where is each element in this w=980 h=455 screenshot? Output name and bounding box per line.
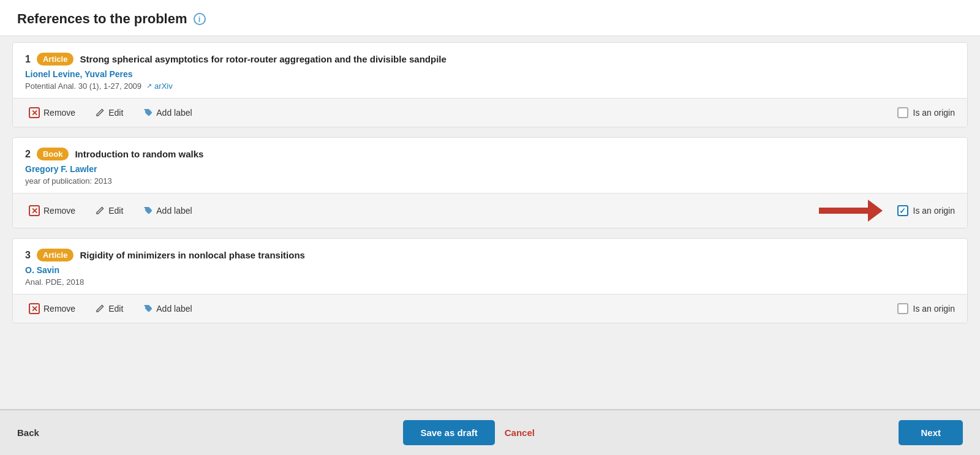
- ref-badge-3: Article: [37, 249, 74, 261]
- ref-meta-3: Anal. PDE, 2018: [25, 277, 955, 287]
- footer-bar: Back Save as draft Cancel Next: [0, 409, 980, 455]
- reference-body-3: 3 Article Rigidity of minimizers in nonl…: [13, 239, 967, 294]
- add-label-button-3[interactable]: Add label: [139, 301, 195, 316]
- reference-footer-1: ✕ Remove Edit Add label: [13, 98, 967, 127]
- action-group-3: ✕ Remove Edit Add label: [25, 301, 196, 317]
- add-label-button-2[interactable]: Add label: [139, 203, 195, 218]
- origin-label-1: Is an origin: [913, 108, 955, 118]
- ref-meta-1: Potential Anal. 30 (1), 1-27, 2009 ↗ arX…: [25, 81, 955, 91]
- edit-icon-2: [95, 206, 105, 216]
- reference-footer-3: ✕ Remove Edit Add label: [13, 294, 967, 323]
- ref-number-1: 1: [25, 54, 31, 65]
- remove-icon-3: ✕: [29, 303, 40, 314]
- edit-button-3[interactable]: Edit: [91, 301, 127, 316]
- origin-label-2: Is an origin: [913, 206, 955, 216]
- back-button[interactable]: Back: [17, 423, 39, 443]
- ref-badge-1: Article: [37, 53, 74, 66]
- add-label-button-1[interactable]: Add label: [139, 105, 195, 120]
- remove-button-3[interactable]: ✕ Remove: [25, 301, 79, 317]
- origin-label-3: Is an origin: [913, 304, 955, 314]
- save-draft-button[interactable]: Save as draft: [403, 420, 494, 445]
- ref-title-2: Introduction to random walks: [75, 149, 203, 159]
- edit-button-2[interactable]: Edit: [91, 203, 127, 218]
- reference-body-1: 1 Article Strong spherical asymptotics f…: [13, 43, 967, 98]
- ref-authors-3: O. Savin: [25, 265, 955, 275]
- edit-button-1[interactable]: Edit: [91, 105, 127, 120]
- remove-icon-2: ✕: [29, 205, 40, 216]
- ref-title-3: Rigidity of minimizers in nonlocal phase…: [80, 250, 305, 260]
- ref-authors-2: Gregory F. Lawler: [25, 164, 955, 174]
- ref-number-2: 2: [25, 149, 31, 160]
- remove-button-1[interactable]: ✕ Remove: [25, 105, 79, 121]
- content-area: 1 Article Strong spherical asymptotics f…: [0, 36, 980, 409]
- origin-checkbox-1[interactable]: [897, 107, 908, 118]
- origin-checkbox-2[interactable]: [897, 205, 908, 216]
- origin-group-2: Is an origin: [819, 200, 955, 222]
- action-group-2: ✕ Remove Edit Add label: [25, 203, 196, 219]
- next-button[interactable]: Next: [899, 420, 963, 445]
- ref-badge-2: Book: [37, 148, 69, 160]
- origin-group-3: Is an origin: [897, 303, 955, 314]
- page-header: References to the problem i: [0, 0, 980, 36]
- origin-group-1: Is an origin: [897, 107, 955, 118]
- cancel-button[interactable]: Cancel: [505, 427, 535, 438]
- label-icon-3: [143, 304, 153, 314]
- ref-authors-1: Lionel Levine, Yuval Peres: [25, 69, 955, 79]
- action-group-1: ✕ Remove Edit Add label: [25, 105, 196, 121]
- edit-icon-1: [95, 108, 105, 118]
- reference-body-2: 2 Book Introduction to random walks Greg…: [13, 138, 967, 193]
- ref-title-1: Strong spherical asymptotics for rotor-r…: [80, 54, 446, 64]
- edit-icon-3: [95, 304, 105, 314]
- ref-number-3: 3: [25, 250, 31, 261]
- origin-checkbox-3[interactable]: [897, 303, 908, 314]
- remove-button-2[interactable]: ✕ Remove: [25, 203, 79, 219]
- arxiv-link-1[interactable]: ↗ arXiv: [146, 81, 173, 91]
- reference-card-2: 2 Book Introduction to random walks Greg…: [12, 137, 968, 228]
- reference-footer-2: ✕ Remove Edit Add label: [13, 193, 967, 228]
- reference-card-1: 1 Article Strong spherical asymptotics f…: [12, 42, 968, 127]
- arrow-annotation: [819, 200, 883, 222]
- info-icon[interactable]: i: [194, 13, 206, 25]
- reference-card-3: 3 Article Rigidity of minimizers in nonl…: [12, 238, 968, 323]
- page-title: References to the problem: [17, 11, 187, 27]
- label-icon-2: [143, 206, 153, 216]
- ref-meta-2: year of publication: 2013: [25, 176, 955, 186]
- label-icon-1: [143, 108, 153, 118]
- footer-center-actions: Save as draft Cancel: [403, 420, 535, 445]
- remove-icon-1: ✕: [29, 107, 40, 118]
